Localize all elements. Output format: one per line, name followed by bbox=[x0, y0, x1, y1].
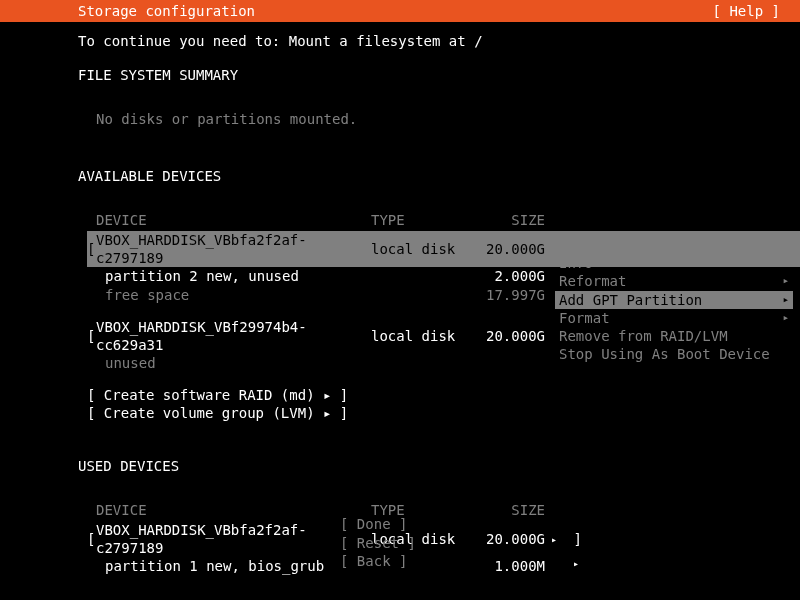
back-button[interactable]: [ Back ] bbox=[340, 552, 460, 570]
available-devices-title: AVAILABLE DEVICES bbox=[78, 167, 800, 185]
chevron-right-icon: ▸ bbox=[782, 256, 789, 270]
done-button[interactable]: [ Done ] bbox=[340, 515, 460, 533]
freespace-label: free space bbox=[96, 286, 371, 304]
menu-stop-boot-device[interactable]: Stop Using As Boot Device bbox=[555, 345, 793, 363]
menu-info[interactable]: Info ▸ bbox=[555, 254, 793, 272]
device-status: unused bbox=[96, 354, 371, 372]
device-name: VBOX_HARDDISK_VBf29974b4-cc629a31 bbox=[96, 318, 371, 354]
create-lvm-button[interactable]: [ Create volume group (LVM) ▸ ] bbox=[87, 404, 800, 422]
menu-remove-raid-lvm[interactable]: Remove from RAID/LVM bbox=[555, 327, 793, 345]
reset-button[interactable]: [ Reset ] bbox=[340, 534, 460, 552]
available-table-header: DEVICE TYPE SIZE bbox=[96, 211, 800, 229]
menu-reformat[interactable]: Reformat ▸ bbox=[555, 272, 793, 290]
menu-add-gpt-partition[interactable]: Add GPT Partition ▸ bbox=[555, 291, 793, 309]
device-size: 20.000G bbox=[481, 327, 551, 345]
device-type: local disk bbox=[371, 327, 481, 345]
title-bar: Storage configuration [ Help ] bbox=[0, 0, 800, 22]
col-type: TYPE bbox=[371, 211, 481, 229]
used-devices-title: USED DEVICES bbox=[78, 457, 800, 475]
bracket-icon: [ bbox=[87, 327, 96, 345]
chevron-left-icon: ◂ bbox=[541, 237, 549, 255]
main-content: To continue you need to: Mount a filesys… bbox=[0, 22, 800, 576]
instruction-text: To continue you need to: Mount a filesys… bbox=[78, 32, 800, 50]
partition-size: 2.000G bbox=[481, 267, 551, 285]
partition-label: partition 2 new, unused bbox=[96, 267, 371, 285]
chevron-right-icon: ▸ bbox=[782, 311, 789, 325]
chevron-right-icon: ▸ bbox=[782, 274, 789, 288]
fs-summary-title: FILE SYSTEM SUMMARY bbox=[78, 66, 800, 84]
device-name: VBOX_HARDDISK_VBbfa2f2af-c2797189 bbox=[96, 231, 371, 267]
footer-buttons: [ Done ] [ Reset ] [ Back ] bbox=[0, 515, 800, 570]
help-button[interactable]: [ Help ] bbox=[713, 2, 780, 20]
col-device: DEVICE bbox=[96, 211, 371, 229]
col-size: SIZE bbox=[481, 211, 551, 229]
context-menu: ◂ (close) Info ▸ Reformat ▸ Add GPT Part… bbox=[555, 236, 793, 363]
device-type: local disk bbox=[371, 240, 481, 258]
freespace-size: 17.997G bbox=[481, 286, 551, 304]
create-raid-button[interactable]: [ Create software RAID (md) ▸ ] bbox=[87, 386, 800, 404]
page-title: Storage configuration bbox=[78, 2, 255, 20]
menu-format[interactable]: Format ▸ bbox=[555, 309, 793, 327]
menu-close[interactable]: (close) bbox=[555, 236, 793, 254]
bracket-icon: [ bbox=[87, 240, 96, 258]
chevron-right-icon: ▸ bbox=[782, 293, 789, 307]
fs-summary-empty: No disks or partitions mounted. bbox=[96, 110, 800, 128]
